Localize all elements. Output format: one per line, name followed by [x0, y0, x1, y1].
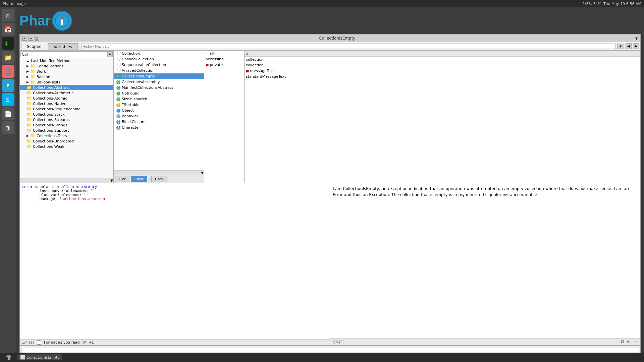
maximize-button[interactable]: □ [35, 36, 39, 41]
class-button[interactable]: Class [131, 176, 148, 182]
class-icon-object: C [116, 109, 120, 113]
class-icon-sizemismatch: C [116, 97, 120, 101]
close-button[interactable]: × [22, 36, 27, 41]
dock-trash-icon[interactable]: 🗑 [2, 121, 14, 134]
minimize-button[interactable]: − [29, 36, 33, 41]
class-scroll-down[interactable]: ▼ [201, 171, 204, 175]
dock-calendar-icon[interactable]: 📅 [2, 23, 14, 36]
panels-row: ▾ ≡ Last Modified Methods ▶ 📁 [20, 51, 640, 183]
main-content: Phar × − □ CollectionIsEmpty ▾ [16, 7, 644, 362]
taskbar-item-icon: ⬜ [20, 355, 25, 360]
format-label: Format as you read [44, 340, 80, 345]
class-item-behavior[interactable]: C Behavior [114, 113, 204, 119]
dock-folder-icon[interactable]: 📁 [2, 51, 14, 64]
tree-item-coll-sequenceable[interactable]: 📁 Collections-Sequenceable [20, 106, 113, 112]
desc-copy-icon[interactable]: ⧉ [621, 339, 624, 345]
battery-status: 1:33, 34% [583, 2, 601, 6]
class-item-manifest[interactable]: C ManifestCollectionsAbstract [114, 85, 204, 90]
class-item-collection[interactable]: ( ) Collection [114, 51, 204, 56]
folder-icon-balloon-tests: 📁 [30, 80, 35, 84]
code-status: 1/4 [1] [22, 340, 34, 345]
left-dock: ⌂ 📅 $_ 📁 🌐 P S 📄 🗑 [0, 7, 16, 362]
tree-item-coll-strings[interactable]: 📁 Collections-Strings [20, 122, 113, 128]
tree-item-coll-streams[interactable]: 📁 Collections-Streams [20, 117, 113, 122]
history-input[interactable] [81, 44, 616, 49]
top-nav-row: Scoped Variables ▼ ◀ ▶ [20, 42, 640, 51]
tree-item-coll-weak[interactable]: 📁 Collections-Weak [20, 144, 113, 149]
class-item-character[interactable]: Σ Character [114, 125, 204, 130]
method-item-messagetext[interactable]: ■ messageText [245, 68, 640, 74]
svg-rect-2 [61, 19, 63, 25]
tree-item-collections-abstract[interactable]: 📁 Collections-Abstract [20, 85, 113, 90]
desc-w-button[interactable]: W [627, 340, 631, 344]
tab-row: Scoped Variables [20, 42, 80, 50]
folder-icon-coll-tests: 📁 [30, 133, 35, 138]
dock-skype-icon[interactable]: S [2, 93, 14, 106]
tree-item-coll-unordered[interactable]: 📁 Collections-Unordered [20, 138, 113, 144]
description-panel: I am CollectionIsEmpty, an exception ind… [330, 183, 640, 345]
desc-l-button[interactable]: +L [633, 340, 638, 344]
folder-icon-configurations: 📁 [30, 64, 35, 68]
code-w-button[interactable]: W [83, 340, 86, 345]
class-item-arrayed[interactable]: ( ) ArrayedCollection [114, 68, 204, 73]
middle-section: Error subclass: #CollectionIsEmpty insta… [20, 183, 640, 346]
tree-item-coll-tests[interactable]: ▶ 📁 Collections-Tests [20, 133, 113, 138]
protocol-all[interactable]: -- all -- [204, 51, 244, 56]
tree-item-last-modified[interactable]: ≡ Last Modified Methods [20, 58, 113, 63]
pharo-icon [52, 11, 72, 31]
tree-item-coll-native[interactable]: 📁 Collections-Native [20, 101, 113, 106]
method-item-collection-setter[interactable]: collection: [245, 62, 640, 68]
tree-item-configurations[interactable]: ▶ 📁 Configurations [20, 63, 113, 69]
back-button[interactable]: ◀ [626, 43, 632, 49]
class-item-sequenceable[interactable]: ( ) SequenceableCollection [114, 62, 204, 68]
tab-scoped[interactable]: Scoped [21, 43, 47, 50]
class-item-collectionsassembly[interactable]: C CollectionsAssembly [114, 79, 204, 85]
class-icon-manifest: C [116, 86, 120, 90]
dock-browser1-icon[interactable]: 🌐 [2, 65, 14, 78]
class-icon-collectionisempty: C [116, 74, 120, 78]
format-checkbox[interactable] [37, 340, 41, 345]
code-l-button[interactable]: +L [89, 340, 94, 345]
dock-pharo-icon[interactable]: P [2, 79, 14, 92]
tree-item-balloon-tests[interactable]: ▶ 📁 Balloon-Tests [20, 79, 113, 85]
class-item-notfound[interactable]: C NotFound [114, 90, 204, 96]
browser-window: × − □ CollectionIsEmpty ▾ Scoped Variabl… [19, 34, 641, 359]
dock-home-icon[interactable]: ⌂ [2, 9, 14, 21]
forward-button[interactable]: ▶ [633, 43, 639, 49]
method-item-collection[interactable]: collection [245, 57, 640, 62]
method-item-standardmessagetext[interactable]: standardMessageText [245, 74, 640, 79]
method-header: ▲ [245, 51, 640, 57]
class-item-tsortable[interactable]: T TSortable [114, 102, 204, 108]
protocol-accessing[interactable]: accessing [204, 56, 244, 62]
package-search-dropdown[interactable]: ▾ [107, 51, 113, 57]
package-scroll-down[interactable]: ▼ [110, 179, 113, 182]
class-item-object[interactable]: C Object [114, 108, 204, 113]
class-item-collectionisempty[interactable]: C CollectionIsEmpty [114, 73, 204, 79]
package-search-input[interactable] [20, 51, 107, 57]
taskbar-trash-icon[interactable]: 🗑 [3, 351, 15, 362]
folder-icon-coll-weak: 📁 [26, 144, 32, 149]
tree-item-coll-atomic[interactable]: 📁 Collections-Atomic [20, 96, 113, 101]
com-button[interactable]: Com. [151, 176, 167, 182]
class-item-blockclosure[interactable]: C BlockClosure [114, 119, 204, 125]
tab-variables[interactable]: Variables [48, 43, 78, 50]
protocol-panel: -- all -- accessing ■ private [204, 51, 245, 183]
window-dropdown-icon[interactable]: ▾ [635, 36, 638, 41]
class-icon-notfound: C [116, 92, 120, 96]
dock-files-icon[interactable]: 📄 [2, 107, 14, 120]
tree-item-coll-arithmetic[interactable]: 📁 Collections-Arithmetic [20, 90, 113, 96]
tree-item-work[interactable]: ▶ 📁 Work [20, 69, 113, 74]
dock-terminal-icon[interactable]: $_ [2, 37, 14, 50]
top-bar-left: Pharo.Image [3, 2, 26, 6]
filter-button[interactable]: ▼ [617, 44, 624, 49]
class-item-hashed[interactable]: ( ) HashedCollection [114, 56, 204, 62]
tree-item-coll-stack[interactable]: 📁 Collections-Stack [20, 112, 113, 117]
protocol-private[interactable]: ■ private [204, 62, 244, 68]
taskbar-collectionisempty[interactable]: ⬜ CollectionIsEmpty [17, 354, 62, 360]
protocol-list: -- all -- accessing ■ private [204, 51, 244, 183]
tree-item-coll-support[interactable]: 📁 Collections-Support [20, 128, 113, 133]
tree-item-balloon[interactable]: ▶ 📁 Balloon [20, 74, 113, 79]
hier-button[interactable]: Hier. [115, 176, 130, 182]
class-item-sizemismatch[interactable]: C SizeMismatch [114, 96, 204, 102]
code-area[interactable]: Error subclass: #CollectionIsEmpty insta… [20, 183, 330, 339]
